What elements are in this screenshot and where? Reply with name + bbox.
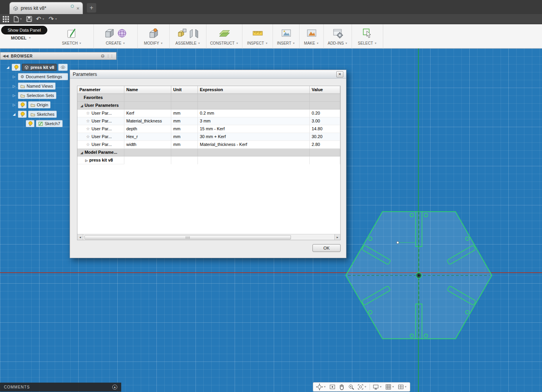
chevron-down-icon: ▼ — [404, 385, 407, 388]
column-header-parameter[interactable]: Parameter — [77, 86, 124, 94]
close-tab-icon[interactable]: × — [76, 6, 79, 11]
tree-expand-icon[interactable]: ▷ — [12, 103, 16, 107]
fit-button[interactable]: ▼ — [356, 383, 368, 391]
visibility-bulb-icon[interactable] — [18, 101, 27, 108]
visibility-bulb-icon[interactable] — [26, 120, 34, 127]
ribbon-group-create[interactable]: CREATE▼ — [94, 24, 138, 49]
param-unit[interactable]: mm — [171, 117, 198, 125]
tree-expand-icon[interactable]: ▷ — [12, 94, 16, 97]
workspace-dropdown[interactable]: MODEL ▼ — [11, 36, 31, 40]
user-parameters-group-row[interactable]: ◢User Parameters — [77, 102, 340, 110]
model-parameters-group-row[interactable]: ◢Model Parame... — [77, 149, 340, 156]
param-expression[interactable]: 3 mm — [198, 117, 310, 125]
scroll-left-icon[interactable]: ◄ — [77, 234, 83, 240]
ribbon-group-construct[interactable]: CONSTRUCT▼ — [206, 24, 242, 49]
browser-minus-icon[interactable]: ⊖ — [101, 53, 105, 59]
ribbon-group-sketch[interactable]: SKETCH▼ — [50, 24, 94, 49]
tree-row-sketch7[interactable]: Sketch7 — [26, 120, 63, 128]
tree-row-sketches[interactable]: ◢ Sketches — [12, 110, 57, 118]
param-expression[interactable]: 15 mm - Kerf — [198, 125, 310, 133]
look-at-button[interactable] — [328, 383, 337, 391]
parameter-row[interactable]: ☆User Par... Hex_r mm 30 mm + Kerf 30.20 — [77, 133, 340, 141]
redo-button[interactable]: ↷ ▼ — [48, 15, 57, 23]
visibility-bulb-icon[interactable] — [12, 64, 20, 71]
favorite-star-icon[interactable]: ☆ — [86, 119, 90, 123]
group-expand-icon[interactable]: ◢ — [81, 151, 83, 155]
column-header-name[interactable]: Name — [124, 86, 171, 94]
ribbon-group-addins[interactable]: ADD-INS▼ — [324, 24, 352, 49]
param-unit[interactable]: mm — [171, 110, 198, 117]
param-name[interactable]: Material_thickness — [124, 117, 171, 125]
file-menu-button[interactable]: ▼ — [13, 16, 22, 22]
param-expression[interactable]: 30 mm + Kerf — [198, 133, 310, 141]
group-expand-icon[interactable]: ◢ — [81, 104, 83, 108]
model-child-row[interactable]: ▷press kit v8 — [77, 156, 340, 164]
show-data-panel-button[interactable]: Show Data Panel — [1, 26, 47, 34]
zoom-button[interactable] — [347, 383, 355, 391]
favorite-star-icon[interactable]: ☆ — [86, 111, 90, 115]
close-dialog-icon[interactable]: ✕ — [336, 71, 343, 77]
collapse-browser-icon[interactable]: ◀◀ — [3, 54, 9, 58]
eye-icon[interactable] — [58, 64, 68, 71]
favorite-star-icon[interactable]: ☆ — [86, 142, 90, 147]
ribbon-group-inspect[interactable]: INSPECT▼ — [242, 24, 273, 49]
ribbon-group-make[interactable]: MAKE▼ — [300, 24, 324, 49]
scrollbar-thumb[interactable] — [84, 235, 291, 239]
group-expand-icon[interactable]: ▷ — [85, 159, 88, 162]
favorites-group-row[interactable]: Favorites — [77, 94, 340, 102]
visibility-bulb-icon[interactable] — [18, 111, 27, 118]
display-settings-button[interactable]: ▼ — [372, 383, 383, 391]
param-name[interactable]: width — [124, 141, 171, 149]
pan-button[interactable] — [337, 383, 346, 391]
orbit-button[interactable]: ▼ — [315, 383, 327, 391]
document-tab[interactable]: press kit v8* × — [9, 2, 83, 14]
param-unit[interactable]: mm — [171, 141, 198, 149]
tree-row-document-settings[interactable]: ▷ ⚙ Document Settings — [12, 73, 68, 81]
tree-row-origin[interactable]: ▷ Origin — [12, 101, 50, 109]
apps-grid-icon[interactable] — [2, 16, 9, 23]
tree-row-named-views[interactable]: ▷ Named Views — [12, 82, 56, 90]
grid-snaps-button[interactable]: ▼ — [384, 383, 396, 391]
viewports-icon — [398, 384, 404, 390]
scroll-right-icon[interactable]: ► — [334, 234, 340, 240]
parameter-row[interactable]: ☆User Par... width mm Material_thickness… — [77, 141, 340, 149]
panel-grip-icon[interactable]: ⋮⋮ — [106, 54, 114, 58]
column-header-expression[interactable]: Expression — [198, 86, 310, 94]
param-unit[interactable]: mm — [171, 125, 198, 133]
dialog-title-bar[interactable]: Parameters ✕ — [70, 70, 346, 79]
viewports-button[interactable]: ▼ — [397, 383, 408, 391]
ribbon-group-assemble[interactable]: ASSEMBLE▼ — [170, 24, 206, 49]
ribbon-group-modify[interactable]: MODIFY▼ — [138, 24, 170, 49]
column-header-unit[interactable]: Unit — [171, 86, 198, 94]
ok-button[interactable]: OK — [312, 244, 341, 252]
undo-button[interactable]: ↶ ▼ — [36, 15, 45, 23]
param-name[interactable]: depth — [124, 125, 171, 133]
param-expression[interactable]: 0.2 mm — [198, 110, 310, 117]
param-name[interactable]: Hex_r — [124, 133, 171, 141]
ribbon-group-select[interactable]: SELECT▼ — [352, 24, 383, 49]
tree-expand-icon[interactable]: ▷ — [12, 75, 16, 79]
parameter-row[interactable]: ☆User Par... Material_thickness mm 3 mm … — [77, 117, 340, 125]
save-button[interactable] — [26, 16, 32, 22]
new-tab-button[interactable]: + — [87, 3, 96, 13]
root-node[interactable]: press kit v8 — [22, 64, 57, 71]
parameter-row[interactable]: ☆User Par... Kerf mm 0.2 mm 0.20 — [77, 110, 340, 117]
comments-bar[interactable]: COMMENTS ▲ — [0, 383, 121, 392]
ribbon-group-insert[interactable]: INSERT▼ — [273, 24, 300, 49]
param-unit[interactable]: mm — [171, 133, 198, 141]
param-expression[interactable]: Material_thickness - Kerf — [198, 141, 310, 149]
horizontal-scrollbar[interactable]: ◄ ► — [77, 234, 340, 240]
tree-row-root[interactable]: ◢ press kit v8 — [5, 63, 68, 71]
tree-collapse-icon[interactable]: ◢ — [12, 112, 16, 116]
model-canvas[interactable]: ◀◀ BROWSER ⊖ ⋮⋮ ◢ press kit v8 ▷ ⚙ Docum… — [0, 49, 542, 392]
favorite-star-icon[interactable]: ☆ — [86, 134, 90, 139]
browser-panel-header[interactable]: ◀◀ BROWSER ⊖ ⋮⋮ — [0, 52, 117, 60]
column-header-value[interactable]: Value — [310, 86, 340, 94]
tree-collapse-icon[interactable]: ◢ — [5, 65, 10, 69]
param-name[interactable]: Kerf — [124, 110, 171, 117]
parameter-row[interactable]: ☆User Par... depth mm 15 mm - Kerf 14.80 — [77, 125, 340, 133]
expand-comments-icon[interactable]: ▲ — [112, 385, 117, 390]
favorite-star-icon[interactable]: ☆ — [86, 126, 90, 131]
tree-expand-icon[interactable]: ▷ — [12, 84, 16, 88]
tree-row-selection-sets[interactable]: ▷ Selection Sets — [12, 92, 56, 99]
